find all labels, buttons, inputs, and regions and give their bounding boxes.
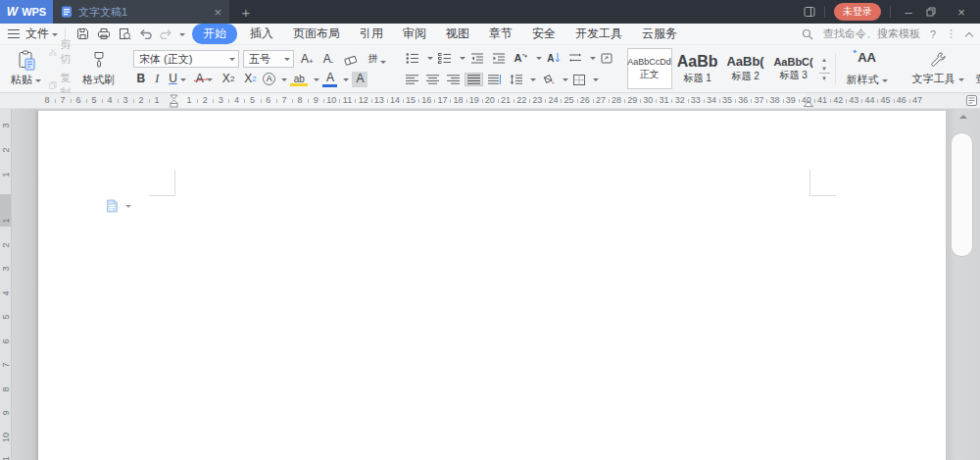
phonetic-guide-button[interactable]: 拼 [365, 53, 389, 65]
hamburger-icon[interactable] [8, 29, 20, 38]
menu-tab-0[interactable]: 开始 [192, 24, 237, 44]
document-tab[interactable]: 文字文稿1 × [53, 0, 229, 24]
styles-scroll-down-icon[interactable]: ▾ [819, 64, 830, 73]
ruler-number: 6 [266, 95, 270, 105]
ruler-number: 24 [548, 95, 558, 105]
menu-tab-4[interactable]: 审阅 [396, 24, 433, 44]
underline-button[interactable]: U [166, 72, 190, 87]
restore-button[interactable] [926, 7, 944, 17]
undo-button[interactable] [139, 28, 152, 39]
first-line-indent-marker[interactable] [170, 94, 178, 108]
ruler-number: 2 [1, 144, 11, 156]
print-button[interactable] [97, 27, 111, 40]
login-badge[interactable]: 未登录 [834, 3, 881, 21]
chevron-down-icon [530, 78, 536, 84]
asian-layout-button[interactable] [565, 51, 585, 65]
vertical-ruler[interactable]: 3211234567891011 [0, 109, 12, 460]
sort-button[interactable]: A [544, 51, 563, 66]
menu-tab-9[interactable]: 云服务 [635, 24, 684, 44]
text-tool-button[interactable]: 文字工具 [906, 49, 970, 88]
strikethrough-button[interactable]: A [192, 72, 216, 87]
justify-button[interactable] [465, 73, 483, 86]
font-size-select[interactable]: 五号 [243, 50, 294, 68]
styles-gallery-more-icon[interactable]: ▾ [819, 73, 830, 82]
font-family-select[interactable]: 宋体 (正文) [133, 50, 239, 68]
ruler-number: 22 [516, 95, 526, 105]
style-heading-1[interactable]: AaBb 标题 1 [675, 48, 720, 89]
wps-writer-window: W WPS 文字文稿1 × + 未登录 – × [0, 0, 980, 460]
save-button[interactable] [76, 27, 89, 40]
style-heading-2[interactable]: AaBb( 标题 2 [723, 48, 768, 89]
menu-tab-6[interactable]: 章节 [482, 24, 519, 44]
ruler-number: 4 [234, 95, 239, 105]
print-preview-button[interactable] [119, 27, 131, 40]
ruler-toggle-icon[interactable] [966, 95, 977, 106]
bullet-list-button[interactable] [403, 51, 422, 66]
enclosed-character-button[interactable]: A [263, 73, 275, 85]
menu-tab-2[interactable]: 页面布局 [286, 24, 347, 44]
ruler-number: 10 [326, 95, 336, 105]
ruler-number: 44 [864, 95, 874, 105]
document-page[interactable] [38, 111, 946, 460]
redo-button[interactable] [160, 28, 172, 39]
document-canvas: 3211234567891011 [0, 109, 980, 460]
format-painter-button[interactable]: 格式刷 [78, 49, 119, 88]
character-shading-button[interactable]: A [352, 72, 368, 87]
align-left-button[interactable] [403, 73, 421, 86]
quickbar-caret-icon[interactable] [179, 33, 185, 39]
horizontal-ruler[interactable]: 8765432112345678910111213141516171819202… [0, 93, 980, 109]
paragraph-layout-button[interactable] [598, 51, 615, 66]
search-commands[interactable]: 查找命令、搜索模板 [823, 26, 920, 41]
align-right-button[interactable] [444, 73, 463, 86]
more-menu-icon[interactable]: ⋮ [946, 27, 956, 40]
increase-font-button[interactable]: A+ [298, 52, 317, 66]
menu-tab-3[interactable]: 引用 [353, 24, 390, 44]
menu-tab-1[interactable]: 插入 [243, 24, 280, 44]
italic-button[interactable]: I [152, 72, 163, 87]
clear-format-button[interactable] [340, 53, 361, 66]
align-center-button[interactable] [423, 73, 442, 86]
task-window-icon[interactable] [804, 6, 815, 18]
scroll-up-icon[interactable] [959, 111, 967, 119]
ruler-number: 32 [675, 95, 685, 105]
numbered-list-button[interactable] [435, 51, 455, 66]
borders-button[interactable] [570, 73, 588, 87]
page-settings-widget[interactable] [106, 199, 131, 213]
new-style-button[interactable]: AA 新样式 [841, 48, 894, 89]
decrease-indent-button[interactable] [467, 51, 487, 66]
line-spacing-button[interactable] [507, 73, 525, 86]
help-button[interactable]: ? [930, 28, 936, 40]
ruler-number: 45 [881, 95, 891, 105]
collapse-ribbon-icon[interactable] [965, 31, 973, 39]
superscript-button[interactable]: X2 [219, 72, 237, 87]
bold-button[interactable]: B [133, 72, 149, 87]
paste-button[interactable]: 粘贴 [7, 49, 45, 88]
ruler-number: 17 [437, 95, 447, 105]
subscript-button[interactable]: X2 [241, 72, 260, 87]
close-button[interactable]: × [953, 5, 970, 20]
ruler-number: 10 [1, 432, 11, 443]
scrollbar[interactable] [946, 109, 980, 460]
find-replace-button[interactable]: 查找替换 [970, 49, 980, 88]
file-menu-caret-icon[interactable] [52, 33, 58, 39]
menu-tab-7[interactable]: 安全 [525, 24, 563, 44]
copy-icon [49, 79, 57, 91]
minimize-button[interactable]: – [900, 5, 917, 20]
distribute-button[interactable] [485, 73, 505, 86]
scrollbar-thumb[interactable] [951, 132, 973, 257]
font-color-button[interactable]: A [322, 71, 337, 87]
text-direction-button[interactable]: A [511, 50, 531, 66]
style-heading-3[interactable]: AaBbC( 标题 3 [771, 48, 816, 89]
styles-scroll-up-icon[interactable]: ▴ [819, 55, 830, 64]
shading-color-button[interactable] [538, 72, 558, 87]
new-tab-button[interactable]: + [229, 0, 263, 24]
highlight-color-button[interactable]: ab [290, 73, 308, 86]
increase-indent-button[interactable] [489, 51, 509, 66]
file-menu[interactable]: 文件 [25, 26, 49, 42]
wps-menu-button[interactable]: W WPS [0, 0, 53, 24]
decrease-font-button[interactable]: A- [320, 52, 337, 66]
menu-tab-5[interactable]: 视图 [439, 24, 476, 44]
tab-close-icon[interactable]: × [214, 6, 221, 19]
menu-tab-8[interactable]: 开发工具 [568, 24, 629, 44]
style-normal[interactable]: AaBbCcDd 正文 [627, 48, 672, 89]
